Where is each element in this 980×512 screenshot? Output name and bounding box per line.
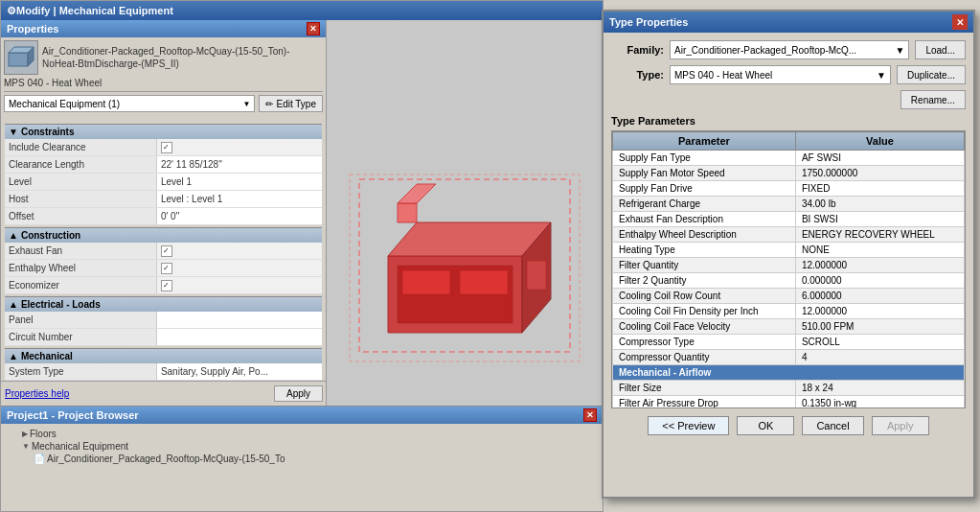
rename-field-row: Rename...	[611, 90, 966, 109]
svg-marker-11	[398, 184, 436, 203]
main-title-icon: ⚙	[7, 5, 16, 17]
table-row: Compressor TypeSCROLL	[613, 335, 965, 350]
table-row: Heating TypeNONE	[613, 243, 965, 258]
param-header: Parameter	[613, 132, 796, 151]
electrical-label: Electrical - Loads	[21, 299, 101, 310]
project-browser-content: ▶ Floors ▼ Mechanical Equipment 📄 Air_Co…	[1, 424, 603, 469]
edit-type-button[interactable]: ✏ Edit Type	[259, 95, 323, 112]
mechanical-label: Mechanical	[21, 351, 73, 361]
section-construction[interactable]: ▲ Construction	[5, 227, 322, 243]
dialog-apply-button[interactable]: Apply	[872, 416, 929, 435]
load-button[interactable]: Load...	[915, 40, 966, 59]
cancel-button[interactable]: Cancel	[802, 416, 863, 435]
prop-offset: Offset 0' 0"	[5, 208, 322, 225]
tree-arrow-mech: ▼	[22, 442, 30, 451]
mechanical-arrow-icon: ▲	[9, 351, 18, 361]
prop-circuit-number: Circuit Number	[5, 329, 322, 346]
rename-button[interactable]: Rename...	[900, 90, 966, 109]
include-clearance-checkbox[interactable]: ✓	[161, 142, 172, 153]
family-arrow-icon: ▼	[896, 45, 905, 56]
prop-include-clearance: Include Clearance ✓	[5, 139, 322, 156]
prop-panel: Panel	[5, 312, 322, 329]
tree-item-ac-unit[interactable]: 📄 Air_Conditioner_Packaged_Rooftop-McQua…	[9, 453, 595, 465]
construction-arrow-icon: ▲	[9, 230, 18, 241]
selector-arrow-icon: ▼	[243, 100, 251, 108]
type-properties-dialog: Type Properties ✕ Family: Air_Conditione…	[602, 10, 975, 499]
prop-level: Level Level 1	[5, 174, 322, 191]
apply-button[interactable]: Apply	[274, 385, 323, 402]
equipment-name: Air_Conditioner-Packaged_Rooftop-McQuay-…	[42, 45, 323, 70]
economizer-checkbox[interactable]: ✓	[161, 280, 172, 291]
table-row: Filter Size18 x 24	[613, 381, 965, 396]
prop-clearance-length: Clearance Length 22' 11 85/128"	[5, 156, 322, 174]
edit-icon: ✏	[265, 99, 273, 109]
table-row: Cooling Coil Fin Density per Inch12.0000…	[613, 304, 965, 319]
tree-label-floors: Floors	[30, 429, 57, 439]
section-mechanical[interactable]: ▲ Mechanical	[5, 348, 322, 363]
svg-rect-0	[9, 53, 28, 66]
family-value: Air_Conditioner-Packaged_Rooftop-McQ...	[674, 45, 856, 56]
duplicate-button[interactable]: Duplicate...	[897, 65, 966, 84]
tree-icon-ac: 📄	[34, 454, 45, 464]
properties-help-link[interactable]: Properties help	[5, 388, 69, 399]
project-browser-title: Project1 - Project Browser	[7, 409, 139, 421]
table-row: Filter 2 Quantity0.000000	[613, 273, 965, 289]
section-constraints[interactable]: ▼ Constraints	[5, 124, 322, 139]
electrical-arrow-icon: ▲	[9, 299, 18, 310]
svg-rect-12	[527, 261, 546, 290]
properties-panel-title: Properties	[7, 23, 58, 35]
enthalpy-wheel-checkbox[interactable]: ✓	[161, 263, 172, 274]
prop-exhaust-fan: Exhaust Fan ✓	[5, 243, 322, 260]
main-window: ⚙ Modify | Mechanical Equipment Properti…	[0, 0, 604, 512]
main-title-text: Modify | Mechanical Equipment	[16, 5, 173, 16]
table-row: Enthalpy Wheel DescriptionENERGY RECOVER…	[613, 227, 965, 243]
dialog-footer: << Preview OK Cancel Apply	[611, 408, 966, 439]
family-field-row: Family: Air_Conditioner-Packaged_Rooftop…	[611, 40, 966, 59]
dialog-title-text: Type Properties	[609, 16, 688, 28]
project-browser-close[interactable]: ✕	[583, 408, 597, 422]
preview-button[interactable]: << Preview	[648, 416, 729, 435]
family-combo[interactable]: Air_Conditioner-Packaged_Rooftop-McQ... …	[670, 40, 909, 59]
selector-label: Mechanical Equipment (1)	[9, 99, 120, 109]
properties-panel-close[interactable]: ✕	[307, 22, 320, 35]
type-combo[interactable]: MPS 040 - Heat Wheel ▼	[670, 65, 891, 84]
table-row: Cooling Coil Row Count6.000000	[613, 289, 965, 304]
properties-panel-header: Properties ✕	[1, 20, 326, 37]
prop-host: Host Level : Level 1	[5, 191, 322, 208]
table-row: Supply Fan Motor Speed1750.000000	[613, 166, 965, 181]
exhaust-fan-checkbox[interactable]: ✓	[161, 245, 172, 257]
equipment-type: MPS 040 - Heat Wheel	[4, 78, 323, 88]
table-row: Filter Quantity12.000000	[613, 258, 965, 273]
main-title-bar: ⚙ Modify | Mechanical Equipment	[1, 1, 603, 20]
project-browser-header: Project1 - Project Browser ✕	[1, 407, 603, 424]
constraints-label: Constraints	[21, 127, 75, 137]
constraints-arrow-icon: ▼	[9, 127, 18, 137]
table-row: Mechanical - Airflow	[613, 365, 965, 381]
prop-system-type: System Type Sanitary, Supply Air, Po...	[5, 363, 322, 381]
prop-enthalpy-wheel: Enthalpy Wheel ✓	[5, 260, 322, 277]
dialog-title-bar: Type Properties ✕	[604, 12, 973, 33]
section-electrical[interactable]: ▲ Electrical - Loads	[5, 296, 322, 312]
table-row: Supply Fan DriveFIXED	[613, 181, 965, 197]
family-label: Family:	[611, 44, 664, 56]
table-row: Cooling Coil Face Velocity510.00 FPM	[613, 319, 965, 335]
svg-rect-8	[402, 270, 450, 294]
prop-economizer: Economizer ✓	[5, 277, 322, 294]
tree-label-mech: Mechanical Equipment	[32, 441, 128, 452]
tree-item-floors[interactable]: ▶ Floors	[9, 428, 595, 440]
type-params-label: Type Parameters	[611, 115, 966, 127]
construction-label: Construction	[21, 230, 80, 241]
tree-item-mech-equipment[interactable]: ▼ Mechanical Equipment	[9, 440, 595, 453]
type-value: MPS 040 - Heat Wheel	[674, 70, 772, 81]
equipment-selector-combo[interactable]: Mechanical Equipment (1) ▼	[4, 95, 255, 112]
svg-marker-10	[398, 203, 417, 222]
ahu-3d-model	[330, 160, 599, 371]
params-table-container[interactable]: Parameter Value Supply Fan TypeAF SWSISu…	[611, 130, 966, 408]
svg-rect-9	[460, 270, 508, 294]
type-field-row: Type: MPS 040 - Heat Wheel ▼ Duplicate..…	[611, 65, 966, 84]
ok-button[interactable]: OK	[737, 416, 794, 435]
selector-row: Mechanical Equipment (1) ▼ ✏ Edit Type	[4, 95, 323, 112]
value-header: Value	[795, 132, 964, 151]
dialog-close-button[interactable]: ✕	[952, 14, 968, 30]
tree-arrow-floors: ▶	[22, 430, 28, 438]
